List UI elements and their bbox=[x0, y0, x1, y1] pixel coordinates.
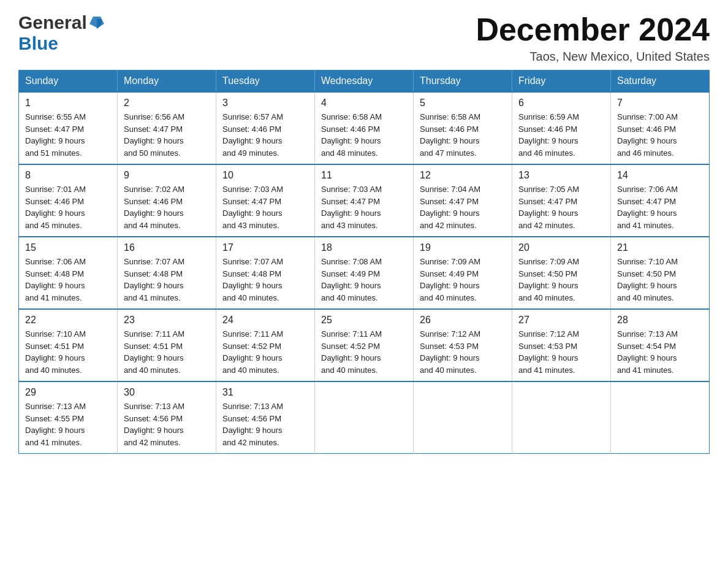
day-number: 23 bbox=[124, 315, 210, 326]
sunset-label: Sunset: 4:47 PM bbox=[518, 197, 577, 206]
daylight-minutes: and 46 minutes. bbox=[617, 148, 674, 158]
weekday-header-sunday: Sunday bbox=[19, 71, 118, 93]
day-info: Sunrise: 7:03 AM Sunset: 4:47 PM Dayligh… bbox=[222, 183, 308, 231]
logo-blue-text: Blue bbox=[18, 33, 58, 54]
sunrise-label: Sunrise: 6:55 AM bbox=[25, 112, 86, 121]
daylight-label: Daylight: 9 hours bbox=[25, 209, 85, 218]
day-info: Sunrise: 7:04 AM Sunset: 4:47 PM Dayligh… bbox=[420, 183, 506, 231]
day-number: 16 bbox=[124, 242, 210, 253]
calendar-day-cell: 23 Sunrise: 7:11 AM Sunset: 4:51 PM Dayl… bbox=[118, 309, 216, 381]
daylight-label: Daylight: 9 hours bbox=[124, 209, 184, 218]
day-number: 13 bbox=[518, 170, 604, 181]
day-info: Sunrise: 7:01 AM Sunset: 4:46 PM Dayligh… bbox=[25, 183, 111, 231]
svg-marker-1 bbox=[97, 19, 102, 29]
sunset-label: Sunset: 4:50 PM bbox=[617, 269, 676, 278]
sunset-label: Sunset: 4:56 PM bbox=[124, 414, 183, 423]
title-block: December 2024 Taos, New Mexico, United S… bbox=[476, 12, 710, 64]
daylight-label: Daylight: 9 hours bbox=[222, 353, 282, 362]
calendar-day-cell: 8 Sunrise: 7:01 AM Sunset: 4:46 PM Dayli… bbox=[19, 164, 118, 237]
month-title: December 2024 bbox=[476, 12, 710, 47]
daylight-minutes: and 40 minutes. bbox=[617, 293, 674, 302]
calendar-day-cell: 15 Sunrise: 7:06 AM Sunset: 4:48 PM Dayl… bbox=[19, 237, 118, 309]
day-info: Sunrise: 7:12 AM Sunset: 4:53 PM Dayligh… bbox=[420, 328, 506, 376]
day-number: 20 bbox=[518, 242, 604, 253]
day-info: Sunrise: 7:07 AM Sunset: 4:48 PM Dayligh… bbox=[222, 256, 308, 304]
daylight-label: Daylight: 9 hours bbox=[617, 281, 677, 290]
day-info: Sunrise: 6:58 AM Sunset: 4:46 PM Dayligh… bbox=[420, 111, 506, 159]
daylight-minutes: and 40 minutes. bbox=[222, 366, 279, 375]
daylight-label: Daylight: 9 hours bbox=[222, 281, 282, 290]
calendar-day-cell: 2 Sunrise: 6:56 AM Sunset: 4:47 PM Dayli… bbox=[118, 92, 216, 164]
sunset-label: Sunset: 4:52 PM bbox=[222, 342, 281, 351]
calendar-table: SundayMondayTuesdayWednesdayThursdayFrid… bbox=[18, 70, 710, 454]
calendar-week-row: 15 Sunrise: 7:06 AM Sunset: 4:48 PM Dayl… bbox=[19, 237, 710, 309]
sunset-label: Sunset: 4:46 PM bbox=[518, 124, 577, 134]
daylight-label: Daylight: 9 hours bbox=[222, 136, 282, 145]
day-info: Sunrise: 7:11 AM Sunset: 4:52 PM Dayligh… bbox=[321, 328, 407, 376]
daylight-minutes: and 40 minutes. bbox=[420, 293, 477, 302]
calendar-day-cell: 26 Sunrise: 7:12 AM Sunset: 4:53 PM Dayl… bbox=[414, 309, 512, 381]
day-info: Sunrise: 7:06 AM Sunset: 4:47 PM Dayligh… bbox=[617, 183, 703, 231]
day-number: 9 bbox=[124, 170, 210, 181]
day-info: Sunrise: 6:59 AM Sunset: 4:46 PM Dayligh… bbox=[518, 111, 604, 159]
calendar-day-cell: 16 Sunrise: 7:07 AM Sunset: 4:48 PM Dayl… bbox=[118, 237, 216, 309]
daylight-label: Daylight: 9 hours bbox=[617, 136, 677, 145]
sunrise-label: Sunrise: 7:11 AM bbox=[321, 329, 382, 339]
day-number: 17 bbox=[222, 242, 308, 253]
day-number: 30 bbox=[124, 387, 210, 398]
calendar-day-cell bbox=[611, 381, 710, 454]
day-info: Sunrise: 6:58 AM Sunset: 4:46 PM Dayligh… bbox=[321, 111, 407, 159]
daylight-minutes: and 43 minutes. bbox=[321, 221, 378, 230]
daylight-label: Daylight: 9 hours bbox=[25, 353, 85, 362]
daylight-label: Daylight: 9 hours bbox=[518, 353, 578, 362]
daylight-label: Daylight: 9 hours bbox=[321, 281, 381, 290]
sunset-label: Sunset: 4:53 PM bbox=[420, 342, 479, 351]
sunrise-label: Sunrise: 7:13 AM bbox=[25, 402, 86, 411]
day-info: Sunrise: 7:03 AM Sunset: 4:47 PM Dayligh… bbox=[321, 183, 407, 231]
calendar-day-cell: 18 Sunrise: 7:08 AM Sunset: 4:49 PM Dayl… bbox=[315, 237, 414, 309]
sunrise-label: Sunrise: 7:09 AM bbox=[518, 257, 579, 266]
daylight-minutes: and 43 minutes. bbox=[222, 221, 279, 230]
daylight-minutes: and 40 minutes. bbox=[420, 366, 477, 375]
sunset-label: Sunset: 4:48 PM bbox=[25, 269, 84, 278]
logo-general-text: General bbox=[18, 12, 87, 33]
day-number: 24 bbox=[222, 315, 308, 326]
calendar-day-cell: 3 Sunrise: 6:57 AM Sunset: 4:46 PM Dayli… bbox=[216, 92, 315, 164]
sunrise-label: Sunrise: 7:08 AM bbox=[321, 257, 382, 266]
calendar-day-cell: 4 Sunrise: 6:58 AM Sunset: 4:46 PM Dayli… bbox=[315, 92, 414, 164]
sunset-label: Sunset: 4:47 PM bbox=[617, 197, 676, 206]
calendar-day-cell: 17 Sunrise: 7:07 AM Sunset: 4:48 PM Dayl… bbox=[216, 237, 315, 309]
daylight-minutes: and 40 minutes. bbox=[222, 293, 279, 302]
daylight-minutes: and 41 minutes. bbox=[25, 438, 82, 447]
daylight-minutes: and 51 minutes. bbox=[25, 148, 82, 158]
day-number: 2 bbox=[124, 98, 210, 109]
sunrise-label: Sunrise: 7:02 AM bbox=[124, 185, 184, 194]
daylight-label: Daylight: 9 hours bbox=[124, 136, 184, 145]
day-info: Sunrise: 7:05 AM Sunset: 4:47 PM Dayligh… bbox=[518, 183, 604, 231]
calendar-day-cell bbox=[512, 381, 611, 454]
sunrise-label: Sunrise: 6:59 AM bbox=[518, 112, 579, 121]
calendar-day-cell: 12 Sunrise: 7:04 AM Sunset: 4:47 PM Dayl… bbox=[414, 164, 512, 237]
calendar-day-cell: 10 Sunrise: 7:03 AM Sunset: 4:47 PM Dayl… bbox=[216, 164, 315, 237]
day-number: 8 bbox=[25, 170, 111, 181]
sunrise-label: Sunrise: 7:13 AM bbox=[222, 402, 283, 411]
daylight-minutes: and 41 minutes. bbox=[617, 221, 674, 230]
day-info: Sunrise: 7:10 AM Sunset: 4:50 PM Dayligh… bbox=[617, 256, 703, 304]
day-info: Sunrise: 6:57 AM Sunset: 4:46 PM Dayligh… bbox=[222, 111, 308, 159]
calendar-day-cell: 24 Sunrise: 7:11 AM Sunset: 4:52 PM Dayl… bbox=[216, 309, 315, 381]
sunset-label: Sunset: 4:47 PM bbox=[124, 124, 183, 134]
day-info: Sunrise: 7:07 AM Sunset: 4:48 PM Dayligh… bbox=[124, 256, 210, 304]
day-number: 25 bbox=[321, 315, 407, 326]
weekday-header-row: SundayMondayTuesdayWednesdayThursdayFrid… bbox=[19, 71, 710, 93]
day-info: Sunrise: 7:11 AM Sunset: 4:51 PM Dayligh… bbox=[124, 328, 210, 376]
day-info: Sunrise: 7:06 AM Sunset: 4:48 PM Dayligh… bbox=[25, 256, 111, 304]
daylight-label: Daylight: 9 hours bbox=[25, 281, 85, 290]
daylight-label: Daylight: 9 hours bbox=[518, 136, 578, 145]
calendar-day-cell: 14 Sunrise: 7:06 AM Sunset: 4:47 PM Dayl… bbox=[611, 164, 710, 237]
sunset-label: Sunset: 4:48 PM bbox=[222, 269, 281, 278]
sunrise-label: Sunrise: 7:10 AM bbox=[617, 257, 678, 266]
calendar-day-cell: 21 Sunrise: 7:10 AM Sunset: 4:50 PM Dayl… bbox=[611, 237, 710, 309]
daylight-label: Daylight: 9 hours bbox=[321, 353, 381, 362]
sunrise-label: Sunrise: 7:09 AM bbox=[420, 257, 480, 266]
daylight-minutes: and 40 minutes. bbox=[321, 366, 378, 375]
